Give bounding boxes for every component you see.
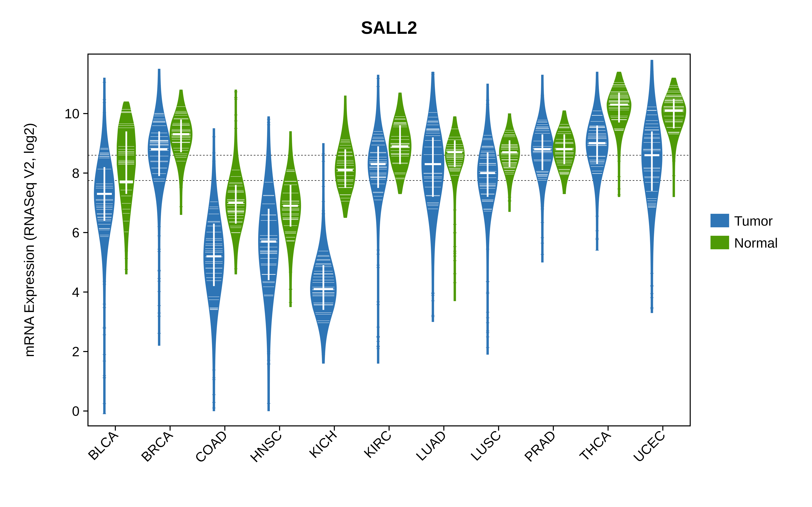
violin-iqr-box xyxy=(542,134,543,170)
violin-median xyxy=(424,163,441,165)
x-tick-label: KIRC xyxy=(361,428,395,461)
violin-iqr-box xyxy=(487,152,489,197)
violin-median xyxy=(206,256,221,258)
x-tick-label: KICH xyxy=(306,428,340,461)
violin-iqr-box xyxy=(322,265,324,310)
legend-label: Tumor xyxy=(734,214,773,228)
violin-iqr-box xyxy=(454,140,456,167)
violin-iqr-box xyxy=(125,131,127,194)
violin-iqr-box xyxy=(268,209,269,280)
y-tick-label: 6 xyxy=(72,225,80,240)
violin-iqr-box xyxy=(235,185,237,224)
y-tick-label: 4 xyxy=(72,285,80,300)
x-tick-label: HNSC xyxy=(247,428,285,465)
x-tick-label: BRCA xyxy=(138,428,175,465)
legend-swatch xyxy=(711,214,729,227)
x-tick-label: LUSC xyxy=(468,428,504,463)
x-tick-label: LUAD xyxy=(413,428,449,463)
violin-iqr-box xyxy=(158,131,160,176)
legend-swatch xyxy=(711,236,729,249)
violin-iqr-box xyxy=(673,99,675,128)
violin-iqr-box xyxy=(399,125,401,164)
violin-iqr-box xyxy=(432,137,434,197)
violin-iqr-box xyxy=(596,125,598,164)
y-tick-label: 2 xyxy=(72,344,80,359)
chart-title: SALL2 xyxy=(361,18,417,38)
x-tick-label: UCEC xyxy=(630,428,668,465)
violin-median xyxy=(371,163,386,165)
violin-median xyxy=(644,154,659,156)
x-tick-label: PRAD xyxy=(521,428,559,464)
violin-median xyxy=(338,169,353,171)
y-tick-label: 10 xyxy=(64,106,80,121)
violin-median xyxy=(97,193,112,195)
violin-iqr-box xyxy=(180,119,182,152)
violin-iqr-box xyxy=(213,224,215,286)
violin-median xyxy=(283,205,298,207)
violin-median xyxy=(119,181,133,183)
x-tick-label: THCA xyxy=(577,428,614,464)
y-axis-label: mRNA Expression (RNASeq V2, log2) xyxy=(21,123,37,357)
violin-iqr-box xyxy=(651,131,653,191)
x-tick-label: BLCA xyxy=(85,428,121,463)
legend-label: Normal xyxy=(734,235,778,250)
page: { "chart_data": { "type": "violin", "tit… xyxy=(0,0,812,507)
violin-iqr-box xyxy=(344,149,346,188)
violin-chart: SALL27.758.60246810mRNA Expression (RNAS… xyxy=(0,0,812,507)
y-tick-label: 0 xyxy=(72,404,80,418)
x-tick-label: COAD xyxy=(192,428,230,466)
violin-median xyxy=(151,148,167,150)
y-tick-label: 8 xyxy=(72,166,80,181)
